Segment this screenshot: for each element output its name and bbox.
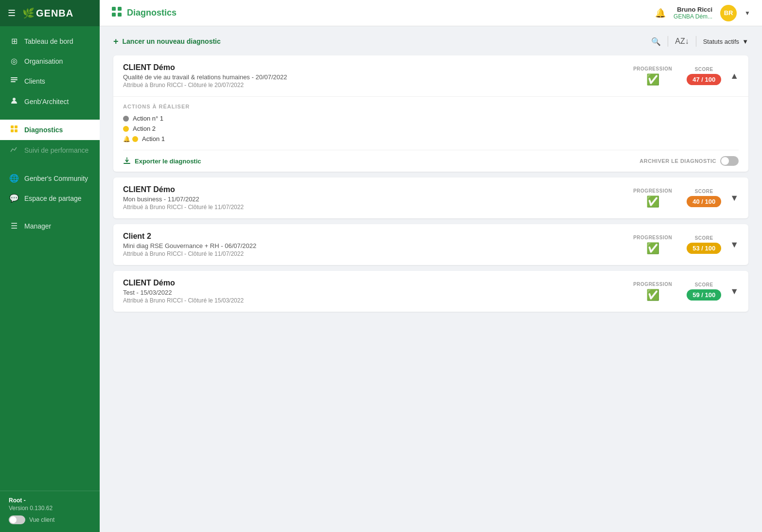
sidebar-nav: ⊞ Tableau de bord ◎ Organisation Clients… — [0, 26, 100, 491]
svg-rect-2 — [11, 81, 16, 82]
notification-bell-icon[interactable]: 🔔 — [655, 8, 666, 18]
svg-rect-4 — [11, 125, 14, 128]
sidebar-item-community[interactable]: 🌐 Genber's Community — [0, 168, 100, 188]
score-badge: 40 / 100 — [687, 196, 721, 207]
partage-icon: 💬 — [9, 194, 19, 203]
progression-stat: PROGRESSION ✅ — [633, 235, 672, 255]
svg-rect-9 — [118, 7, 122, 11]
new-diagnostic-button[interactable]: + Lancer un nouveau diagnostic — [113, 36, 221, 47]
actions-label: ACTIONS À RÉALISER — [123, 104, 739, 109]
sidebar-item-label: Diagnostics — [24, 126, 63, 134]
search-icon[interactable]: 🔍 — [651, 37, 661, 46]
sidebar-item-suivi: Suivi de performance — [0, 140, 100, 160]
diag-card-header[interactable]: CLIENT Démo Test - 15/03/2022 Attribué à… — [113, 271, 748, 312]
diag-meta: Attribué à Bruno RICCI - Clôturé le 15/0… — [123, 297, 633, 304]
diag-card-info: Client 2 Mini diag RSE Gouvernance + RH … — [123, 232, 633, 257]
progression-check-icon: ✅ — [646, 195, 659, 208]
content-toolbar: + Lancer un nouveau diagnostic 🔍 AZ↓ Sta… — [113, 36, 748, 47]
manager-icon: ☰ — [9, 221, 19, 231]
diag-meta: Attribué à Bruno RICCI - Clôturé le 11/0… — [123, 250, 633, 257]
diag-card-header[interactable]: CLIENT Démo Qualité de vie au travail & … — [113, 55, 748, 96]
vue-client-toggle[interactable] — [9, 515, 25, 524]
action-dot-icon — [123, 126, 129, 132]
diag-client-name: CLIENT Démo — [123, 279, 633, 287]
action-dot-icon — [123, 116, 129, 122]
version-label: Version 0.130.62 — [9, 505, 91, 512]
sidebar-item-organisation[interactable]: ◎ Organisation — [0, 51, 100, 71]
sidebar-item-tableau[interactable]: ⊞ Tableau de bord — [0, 31, 100, 51]
community-icon: 🌐 — [9, 174, 19, 183]
sort-az-icon[interactable]: AZ↓ — [675, 37, 689, 46]
clients-icon — [9, 76, 19, 86]
svg-rect-0 — [11, 77, 18, 78]
score-label: SCORE — [695, 235, 713, 241]
status-filter-chevron-icon: ▼ — [742, 38, 748, 45]
score-badge: 47 / 100 — [687, 74, 721, 85]
sidebar-item-label: Tableau de bord — [24, 37, 73, 45]
diagnostic-card: CLIENT Démo Qualité de vie au travail & … — [113, 55, 748, 172]
diagnostic-card: CLIENT Démo Test - 15/03/2022 Attribué à… — [113, 271, 748, 312]
topbar: Diagnostics 🔔 Bruno Ricci GENBA Dém... B… — [100, 0, 762, 26]
sidebar-logo: ☰ 🌿GENBA — [0, 0, 100, 26]
score-badge: 59 / 100 — [687, 289, 721, 301]
score-stat: SCORE 59 / 100 — [687, 282, 721, 301]
sidebar-item-label: Clients — [24, 77, 45, 85]
archive-row: ARCHIVER LE DIAGNOSTIC — [639, 156, 739, 166]
sidebar-item-manager[interactable]: ☰ Manager — [0, 216, 100, 236]
diag-card-header[interactable]: CLIENT Démo Mon business - 11/07/2022 At… — [113, 177, 748, 218]
expand-button[interactable]: ▼ — [730, 286, 739, 297]
diag-client-name: Client 2 — [123, 232, 633, 241]
action-list: Action n° 1 Action 2 🔔 Action 1 — [123, 113, 739, 144]
diag-expanded-section: ACTIONS À RÉALISER Action n° 1 Action 2 … — [113, 96, 748, 172]
topbar-right: 🔔 Bruno Ricci GENBA Dém... BR ▼ — [655, 5, 750, 21]
action-bell-icon: 🔔 — [123, 136, 130, 142]
sidebar-footer: Root - Version 0.130.62 Vue client — [0, 491, 100, 532]
hamburger-icon[interactable]: ☰ — [8, 8, 16, 18]
diag-footer: Exporter le diagnostic ARCHIVER LE DIAGN… — [123, 150, 739, 172]
sidebar-item-partage[interactable]: 💬 Espace de partage — [0, 188, 100, 208]
expand-button[interactable]: ▼ — [730, 240, 739, 250]
svg-rect-11 — [118, 13, 122, 17]
sidebar-item-label: Espace de partage — [24, 195, 82, 202]
diagnostics-icon — [9, 125, 19, 135]
plus-icon: + — [113, 36, 119, 47]
progression-check-icon: ✅ — [646, 73, 659, 86]
sidebar-item-label: Suivi de performance — [24, 146, 89, 154]
sidebar-item-diagnostics[interactable]: Diagnostics — [0, 120, 100, 140]
sidebar-item-genb-architect[interactable]: Genb'Architect — [0, 91, 100, 112]
sidebar-item-label: Organisation — [24, 57, 63, 65]
diag-stats: PROGRESSION ✅ SCORE 40 / 100 — [633, 188, 721, 208]
toolbar-divider2 — [696, 36, 696, 47]
sidebar-item-clients[interactable]: Clients — [0, 71, 100, 91]
svg-rect-12 — [124, 163, 130, 164]
score-label: SCORE — [695, 282, 713, 287]
diag-subtitle: Mini diag RSE Gouvernance + RH - 06/07/2… — [123, 242, 633, 249]
diag-card-info: CLIENT Démo Qualité de vie au travail & … — [123, 63, 633, 89]
diag-card-header[interactable]: Client 2 Mini diag RSE Gouvernance + RH … — [113, 224, 748, 265]
progression-check-icon: ✅ — [646, 289, 659, 301]
topbar-left: Diagnostics — [111, 6, 177, 19]
action-item: Action 2 — [123, 124, 739, 134]
export-diagnostic-button[interactable]: Exporter le diagnostic — [123, 157, 201, 165]
logo-text: 🌿GENBA — [22, 7, 73, 19]
dashboard-icon: ⊞ — [9, 36, 19, 46]
svg-rect-8 — [112, 7, 116, 11]
progression-stat: PROGRESSION ✅ — [633, 282, 672, 301]
user-avatar[interactable]: BR — [720, 5, 737, 21]
user-menu-chevron-icon[interactable]: ▼ — [744, 10, 750, 17]
status-filter-button[interactable]: Statuts actifs ▼ — [703, 38, 748, 45]
vue-client-row: Vue client — [9, 515, 91, 524]
svg-point-3 — [13, 98, 16, 101]
archive-toggle[interactable] — [720, 156, 739, 166]
diagnostic-cards-list: CLIENT Démo Qualité de vie au travail & … — [113, 55, 748, 312]
expand-button[interactable]: ▼ — [730, 193, 739, 203]
progression-check-icon: ✅ — [646, 242, 659, 255]
progression-label: PROGRESSION — [633, 66, 672, 71]
diag-meta: Attribué à Bruno RICCI - Clôturé le 20/0… — [123, 82, 633, 89]
diag-stats: PROGRESSION ✅ SCORE 53 / 100 — [633, 235, 721, 255]
expand-button[interactable]: ▲ — [730, 71, 739, 81]
action-item: Action n° 1 — [123, 113, 739, 124]
score-stat: SCORE 40 / 100 — [687, 189, 721, 207]
sidebar-item-label: Genb'Architect — [24, 98, 69, 106]
status-filter-label: Statuts actifs — [703, 38, 739, 45]
